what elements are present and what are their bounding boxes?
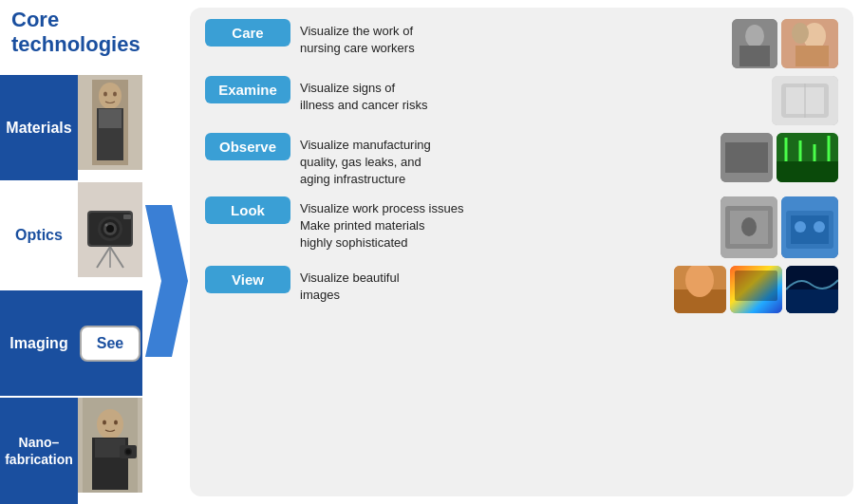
svg-point-25 (114, 420, 118, 425)
view-content: Visualize beautifulimages (300, 266, 838, 313)
view-row: View Visualize beautifulimages (205, 266, 838, 313)
svg-rect-4 (99, 109, 122, 128)
imaging-row: Imaging See (0, 290, 142, 399)
svg-point-13 (106, 225, 114, 233)
care-row: Care Visualize the work ofnursing care w… (205, 19, 838, 68)
look-image-1 (721, 196, 777, 258)
observe-button[interactable]: Observe (205, 133, 290, 160)
header-section: Core technologies (0, 0, 142, 75)
nano-label: Nano–fabrication (0, 398, 78, 504)
svg-rect-42 (725, 142, 768, 173)
examine-description: Visualize signs ofillness and cancer ris… (300, 76, 760, 114)
care-content: Visualize the work ofnursing care worker… (300, 19, 838, 68)
svg-point-21 (97, 409, 123, 439)
svg-point-36 (792, 23, 809, 44)
svg-point-59 (814, 221, 825, 233)
svg-point-31 (745, 25, 764, 47)
view-button[interactable]: View (205, 266, 290, 293)
nano-photo (78, 398, 142, 504)
svg-point-28 (126, 450, 131, 455)
optics-photo (78, 182, 142, 289)
svg-point-14 (105, 224, 108, 227)
view-images (674, 266, 838, 313)
observe-row: Observe Visualize manufacturingquality, … (205, 133, 838, 189)
care-images (732, 19, 838, 68)
svg-point-58 (795, 221, 806, 233)
direction-arrow (145, 205, 188, 357)
optics-label: Optics (0, 182, 78, 289)
svg-rect-32 (739, 46, 770, 66)
care-description: Visualize the work ofnursing care worker… (300, 19, 721, 57)
care-button[interactable]: Care (205, 19, 290, 47)
title-line2: technologies (11, 32, 140, 56)
materials-label: Materials (0, 75, 78, 181)
view-image-1 (674, 266, 726, 313)
left-panel: Core technologies Materials (0, 0, 142, 504)
view-image-3 (786, 266, 838, 313)
observe-content: Visualize manufacturingquality, gas leak… (300, 133, 838, 189)
observe-image-2 (777, 133, 838, 182)
examine-content: Visualize signs ofillness and cancer ris… (300, 76, 838, 125)
materials-photo (78, 75, 142, 181)
core-technologies-title: Core technologies (8, 8, 135, 58)
svg-point-6 (113, 91, 117, 96)
svg-rect-35 (795, 46, 829, 66)
svg-point-54 (741, 217, 757, 236)
svg-rect-15 (123, 215, 131, 219)
look-row: Look Visualize work process issuesMake p… (205, 196, 838, 258)
see-button[interactable]: See (80, 326, 140, 362)
imaging-see: See (78, 290, 142, 397)
svg-point-2 (99, 83, 122, 109)
look-button[interactable]: Look (205, 196, 290, 224)
svg-rect-64 (735, 271, 777, 301)
imaging-label: Imaging (0, 290, 78, 397)
look-description: Visualize work process issuesMake printe… (300, 196, 709, 252)
observe-description: Visualize manufacturingquality, gas leak… (300, 133, 709, 189)
care-image-2 (781, 19, 838, 68)
arrow-section (142, 0, 190, 504)
svg-point-5 (103, 91, 107, 96)
right-panel: Care Visualize the work ofnursing care w… (190, 8, 853, 496)
materials-row: Materials (0, 75, 142, 183)
view-description: Visualize beautifulimages (300, 266, 663, 304)
title-line1: Core (11, 8, 59, 31)
look-image-2 (781, 196, 838, 258)
observe-image-1 (721, 133, 773, 182)
svg-marker-29 (145, 205, 188, 357)
view-image-2 (730, 266, 782, 313)
examine-image-1 (772, 76, 838, 125)
care-image-1 (732, 19, 777, 68)
svg-rect-46 (777, 161, 838, 182)
svg-rect-66 (786, 289, 838, 313)
examine-button[interactable]: Examine (205, 76, 290, 103)
svg-point-24 (103, 420, 106, 425)
observe-images (721, 133, 838, 182)
nano-row: Nano–fabrication (0, 398, 142, 504)
look-content: Visualize work process issuesMake printe… (300, 196, 838, 258)
optics-row: Optics (0, 182, 142, 290)
tech-rows: Materials Optics (0, 75, 142, 504)
examine-row: Examine Visualize signs ofillness and ca… (205, 76, 838, 125)
examine-images (772, 76, 838, 125)
look-images (721, 196, 838, 258)
